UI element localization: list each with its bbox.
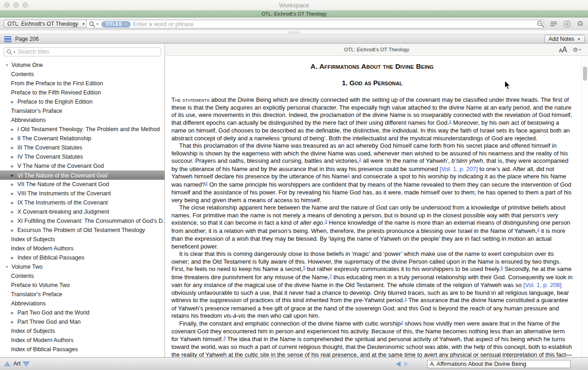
amplify-icon[interactable]: ♻: [576, 19, 584, 28]
add-notes-button[interactable]: Add Notes ▼: [544, 35, 585, 43]
toc-item[interactable]: Preface to Volume Two: [0, 281, 165, 290]
page-ref-link[interactable]: [Vol. 1, p. 207]: [440, 166, 478, 172]
toc-item[interactable]: ▶Preface to the English Edition: [0, 97, 165, 106]
disclosure-right-icon[interactable]: ▶: [11, 100, 17, 104]
workspace-tab-bar[interactable]: OTL: Eichrodt’s OT Theology: [0, 10, 588, 17]
search-details-icon[interactable]: [536, 19, 544, 28]
toc-item[interactable]: ▶VI The Nature of the Covenant God: [0, 171, 165, 180]
toc-item[interactable]: ▶X Covenant-breaking and Judgment: [0, 207, 165, 216]
context-list-icon[interactable]: [550, 19, 558, 28]
toc-item[interactable]: ▶II The Covenant Relationship: [0, 134, 165, 143]
search-icon[interactable]: ▼: [89, 21, 99, 28]
disclosure-right-icon[interactable]: ▶: [11, 164, 17, 168]
footnote-link[interactable]: 6: [500, 265, 503, 270]
paragraph: The close relationship apparent here bet…: [171, 204, 573, 250]
table-of-contents-icon[interactable]: [4, 36, 11, 43]
toc-item[interactable]: ▶Excursus The Problem of Old Testament T…: [0, 226, 165, 235]
toc-item[interactable]: ▶Index of Biblical Passages: [0, 253, 165, 262]
disclosure-right-icon[interactable]: ▶: [11, 228, 17, 232]
toc-item[interactable]: Preface to the Fifth Revised Edition: [0, 88, 165, 97]
toc-item[interactable]: Index of Subjects: [0, 235, 165, 244]
titles-search-box[interactable]: ▼: [4, 47, 161, 56]
vertical-scrollbar[interactable]: [581, 56, 588, 357]
nav-mode-down-icon[interactable]: [22, 361, 30, 367]
search-input[interactable]: [133, 21, 541, 28]
toc-item[interactable]: ▶VIII The Instruments of the Covenant: [0, 189, 165, 198]
toc-item[interactable]: Contents: [0, 271, 165, 281]
toc-item[interactable]: ▶XI Fulfilling the Covenant: The Consumm…: [0, 216, 165, 226]
disclosure-right-icon[interactable]: ▶: [11, 182, 17, 187]
history-back-icon[interactable]: [396, 361, 401, 367]
search-scope-pill[interactable]: TITLES ▼: [101, 21, 131, 28]
titles-search-input[interactable]: [18, 49, 159, 55]
disclosure-right-icon[interactable]: ▶: [11, 146, 17, 150]
history-forward-icon[interactable]: [404, 361, 409, 367]
drag-handle-icon[interactable]: [288, 32, 301, 33]
footnote-link[interactable]: 1: [347, 172, 350, 177]
footnote-link[interactable]: 3: [223, 335, 225, 340]
text-size-control[interactable]: A A: [559, 46, 567, 54]
toc-item[interactable]: ▶Part Three God and Man: [0, 317, 165, 326]
search-field[interactable]: ▼ TITLES ▼: [86, 20, 544, 28]
footnote-link[interactable]: 1: [449, 119, 451, 124]
footnote-link[interactable]: 4: [537, 227, 539, 232]
footnote-link[interactable]: 2: [359, 157, 361, 162]
close-window-button[interactable]: [4, 2, 10, 8]
toc-item-label: VI The Nature of the Covenant God: [17, 172, 107, 179]
disclosure-right-icon[interactable]: ▶: [11, 173, 17, 177]
toc-item[interactable]: ▶V The Name of the Covenant God: [0, 161, 165, 171]
toc-item[interactable]: ▶IX The Instruments of the Covenant: [0, 198, 165, 207]
footnote-link[interactable]: 7: [330, 273, 332, 278]
toc-item[interactable]: Abbreviations: [0, 299, 165, 308]
minimize-window-button[interactable]: [13, 2, 19, 8]
disclosure-right-icon[interactable]: ▶: [11, 137, 17, 141]
disclosure-right-icon[interactable]: ▶: [11, 219, 17, 223]
disclosure-right-icon[interactable]: ▶: [11, 155, 17, 159]
toc-item[interactable]: From the Preface to the First Edition: [0, 79, 165, 88]
toc-item[interactable]: ▶IV The Covenant Statutes: [0, 152, 165, 161]
toc-item[interactable]: ▼Volume One: [0, 61, 165, 70]
add-tab-icon[interactable]: [563, 19, 571, 28]
toc-item[interactable]: Translator’s Praface: [0, 106, 165, 116]
disclosure-right-icon[interactable]: ▶: [11, 256, 17, 260]
search-icon[interactable]: ▼: [6, 49, 16, 55]
toc-item[interactable]: ▶VII The Nature of the Covenant God: [0, 180, 165, 189]
toc-item[interactable]: ▶I Old Testament Theology: The Problem a…: [0, 125, 165, 134]
footnote-link[interactable]: 3: [325, 219, 327, 224]
disclosure-right-icon[interactable]: ▶: [11, 210, 17, 214]
disclosure-right-icon[interactable]: ▶: [11, 127, 17, 132]
footnote-link[interactable]: 2: [401, 320, 403, 325]
module-selector-dropdown[interactable]: OTL: Eichrodt's OT Theology ▼: [4, 20, 89, 28]
scrollbar-thumb[interactable]: [583, 66, 587, 81]
toc-item[interactable]: Abbreviations: [0, 116, 165, 125]
toc-item-label: VIII The Instruments of the Covenant: [17, 190, 111, 197]
go-to-context-input[interactable]: [427, 360, 571, 368]
article-content: A. Affirmations About the Divine Being 1…: [171, 61, 573, 357]
footnote-link[interactable]: 2: [205, 181, 208, 186]
footnote-link[interactable]: 1: [404, 296, 407, 301]
toc-item-label: X Covenant-breaking and Judgment: [17, 209, 109, 215]
zoom-window-button[interactable]: [22, 2, 28, 8]
toc-item[interactable]: Contents: [0, 70, 165, 79]
disclosure-right-icon[interactable]: ▶: [11, 192, 17, 196]
toc-item[interactable]: Translator’s Preface: [0, 290, 165, 299]
page-ref-link[interactable]: [Vol. 1, p. 208]: [523, 282, 561, 288]
toc-item[interactable]: Index of Modern Authors: [0, 244, 165, 253]
disclosure-down-icon[interactable]: ▼: [5, 265, 11, 269]
toc-item[interactable]: ▼Volume Two: [0, 262, 165, 271]
toolbar-resize-strip[interactable]: [0, 30, 588, 34]
disclosure-right-icon[interactable]: ▶: [11, 311, 17, 315]
toc-item-label: Part Three God and Man: [17, 319, 81, 325]
instant-details-up-icon[interactable]: [4, 361, 11, 366]
toc-item-label: II The Covenant Relationship: [17, 135, 91, 142]
disclosure-right-icon[interactable]: ▶: [11, 320, 17, 324]
toc-item[interactable]: Index of Subjects: [0, 326, 165, 336]
disclosure-down-icon[interactable]: ▼: [5, 63, 11, 67]
toc-item[interactable]: Index of Modern Authors: [0, 336, 165, 345]
toc-item[interactable]: ▶Part Two God and the World: [0, 308, 165, 317]
disclosure-right-icon[interactable]: ▶: [11, 201, 17, 205]
toc-item[interactable]: ▶III The Covenant Statutes: [0, 143, 165, 152]
footnote-link[interactable]: 5: [303, 265, 305, 270]
toc-item[interactable]: Index of Biblical Passages: [0, 345, 165, 354]
settings-icon[interactable]: ⚙▼: [572, 46, 582, 53]
